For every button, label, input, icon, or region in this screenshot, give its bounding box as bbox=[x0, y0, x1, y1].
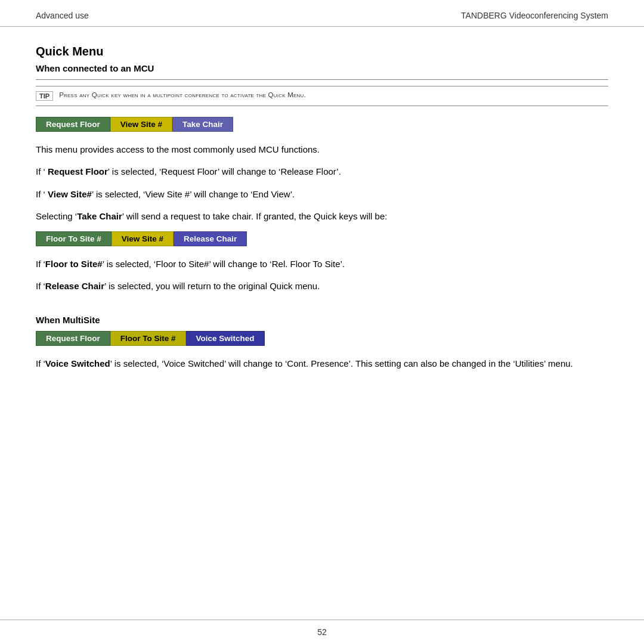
page: Advanced use TANDBERG Videoconferencing … bbox=[0, 0, 644, 644]
button-row-2: Floor To Site # View Site # Release Chai… bbox=[36, 231, 247, 246]
para-6-bold: Release Chair bbox=[45, 281, 104, 291]
button-row-3: Request Floor Floor To Site # Voice Swit… bbox=[36, 331, 265, 346]
para-6-pre: If ‘ bbox=[36, 281, 45, 291]
para-6: If ‘Release Chair’ is selected, you will… bbox=[36, 279, 608, 293]
para-4-post: ’ will send a request to take chair. If … bbox=[122, 211, 388, 221]
para-7-post: ’ is selected, ‘Voice Switched’ will cha… bbox=[110, 358, 573, 369]
page-footer: 52 bbox=[0, 620, 644, 644]
para-2-post: ’ is selected, ‘Request Floor’ will chan… bbox=[108, 166, 341, 177]
floor-to-site-button[interactable]: Floor To Site # bbox=[36, 231, 112, 246]
para-2-bold: Request Floor bbox=[48, 166, 108, 177]
header-right: TANDBERG Videoconferencing System bbox=[461, 11, 608, 20]
request-floor-2-button[interactable]: Request Floor bbox=[36, 331, 110, 346]
para-5: If ‘Floor to Site#’ is selected, ‘Floor … bbox=[36, 257, 608, 271]
request-floor-button[interactable]: Request Floor bbox=[36, 117, 110, 132]
para-7-bold: Voice Switched bbox=[45, 358, 110, 369]
para-4: Selecting ‘Take Chair’ will send a reque… bbox=[36, 209, 608, 223]
para-1: This menu provides access to the most co… bbox=[36, 143, 608, 156]
floor-to-site-2-button[interactable]: Floor To Site # bbox=[110, 331, 186, 346]
subsection2: When MultiSite Request Floor Floor To Si… bbox=[36, 315, 608, 370]
para-2: If ‘ Request Floor’ is selected, ‘Reques… bbox=[36, 165, 608, 178]
header-left: Advanced use bbox=[36, 11, 89, 20]
para-4-bold: Take Chair bbox=[77, 211, 122, 221]
section-title: Quick Menu bbox=[36, 45, 608, 58]
para-7: If ‘Voice Switched’ is selected, ‘Voice … bbox=[36, 357, 608, 370]
para-3: If ‘ View Site#’ is selected, ‘View Site… bbox=[36, 187, 608, 201]
para-6-post: ’ is selected, you will return to the or… bbox=[104, 281, 320, 291]
view-site-button[interactable]: View Site # bbox=[110, 117, 172, 132]
take-chair-button[interactable]: Take Chair bbox=[172, 117, 233, 132]
voice-switched-button[interactable]: Voice Switched bbox=[186, 331, 265, 346]
para-5-post: ’ is selected, ‘Floor to Site#’ will cha… bbox=[103, 259, 345, 269]
subsection2-title: When MultiSite bbox=[36, 315, 608, 325]
tip-label: TIP bbox=[36, 91, 53, 101]
tip-box: TIP Press any Quick key when in a multip… bbox=[36, 86, 608, 106]
para-7-pre: If ‘ bbox=[36, 358, 45, 369]
para-5-bold: Floor to Site# bbox=[45, 259, 103, 269]
para-3-pre: If ‘ bbox=[36, 189, 48, 199]
view-site-2-button[interactable]: View Site # bbox=[112, 231, 174, 246]
release-chair-button[interactable]: Release Chair bbox=[174, 231, 247, 246]
page-number: 52 bbox=[317, 627, 327, 637]
para-5-pre: If ‘ bbox=[36, 259, 45, 269]
subsection1-title: When connected to an MCU bbox=[36, 63, 608, 73]
page-content: Quick Menu When connected to an MCU TIP … bbox=[0, 27, 644, 620]
para-3-bold: View Site# bbox=[48, 189, 92, 199]
button-row-1: Request Floor View Site # Take Chair bbox=[36, 117, 233, 132]
para-4-pre: Selecting ‘ bbox=[36, 211, 77, 221]
tip-text: Press any Quick key when in a multipoint… bbox=[59, 91, 306, 98]
divider-1 bbox=[36, 79, 608, 80]
para-2-pre: If ‘ bbox=[36, 166, 48, 177]
para-3-post: ’ is selected, ‘View Site #’ will change… bbox=[92, 189, 295, 199]
page-header: Advanced use TANDBERG Videoconferencing … bbox=[0, 0, 644, 27]
